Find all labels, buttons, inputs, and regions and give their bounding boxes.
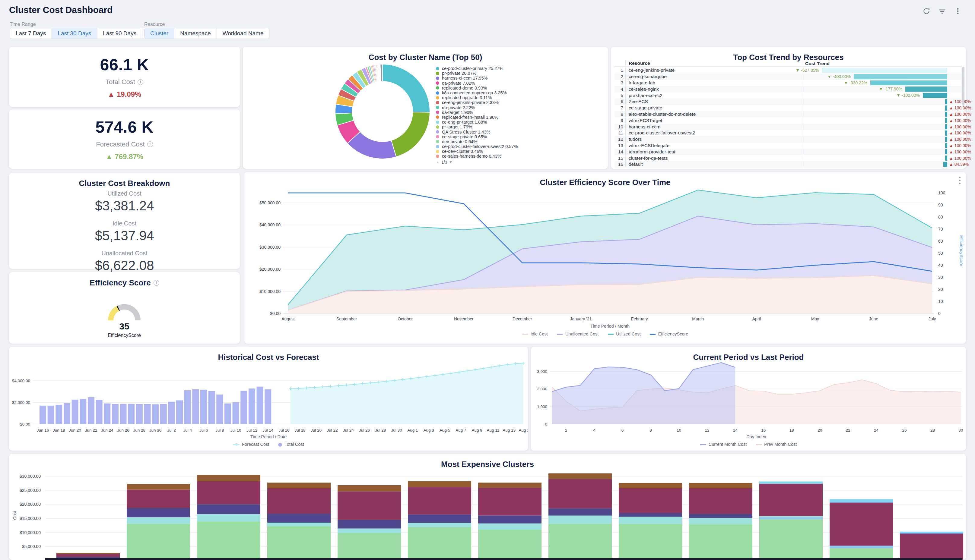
- donut-legend-item[interactable]: ce-sales-harness-demo 0.43%: [436, 154, 518, 158]
- legend-color-dot: [436, 82, 439, 85]
- svg-text:September: September: [336, 317, 357, 321]
- table-scrollbar[interactable]: [962, 67, 965, 106]
- cell-resource: ce-stage-private: [625, 105, 802, 111]
- svg-text:8: 8: [649, 428, 652, 433]
- cell-rank: 4: [614, 87, 625, 92]
- donut-legend-item[interactable]: ce-prod-cluster-failover-uswest2 0.57%: [436, 144, 518, 149]
- svg-text:Jul 8: Jul 8: [216, 428, 224, 433]
- donut-legend-item[interactable]: qa-private 7.02%: [436, 81, 518, 86]
- kebab-menu-icon[interactable]: [953, 7, 962, 16]
- donut-legend-item[interactable]: k8s-connected-onprem-qa 3.25%: [436, 90, 518, 95]
- resource-option-workload-name[interactable]: Workload Name: [217, 28, 269, 38]
- table-row[interactable]: 10harness-ci-ccm▲ 100.00%: [614, 123, 962, 130]
- donut-legend-item[interactable]: pr-target 1.79%: [436, 125, 518, 129]
- cell-rank: 15: [614, 155, 625, 161]
- legend-page-down-icon[interactable]: ▼: [449, 160, 453, 164]
- resource-option-namespace[interactable]: Namespace: [174, 28, 217, 38]
- info-icon[interactable]: i: [154, 280, 159, 286]
- legend-item[interactable]: Prev Month Cost: [756, 442, 797, 447]
- legend-item[interactable]: Unallocated Cost: [557, 332, 599, 337]
- total-cost-delta: ▲ 19.09%: [108, 90, 142, 98]
- svg-text:80: 80: [938, 215, 943, 219]
- table-row[interactable]: 3lr-fargate-lab▼ -330.22%: [614, 80, 962, 86]
- svg-text:$0.00: $0.00: [20, 422, 30, 427]
- legend-item[interactable]: Utilized Cost: [607, 332, 641, 337]
- table-row[interactable]: 15cluster-for-qa-tests▲ 100.00%: [614, 155, 962, 161]
- svg-text:Jul 22: Jul 22: [327, 428, 338, 433]
- donut-legend-item[interactable]: ce-dev-cluster 0.46%: [436, 149, 518, 154]
- donut-legend-item[interactable]: qa-target 1.90%: [436, 110, 518, 115]
- info-icon[interactable]: i: [137, 79, 143, 85]
- cell-rank: 13: [614, 143, 625, 148]
- table-row[interactable]: 9wfmxECSTarget▲ 100.00%: [614, 117, 962, 123]
- most-expensive-clusters-chart: $5,000.00$10,000.00$15,000.00$20,000.00$…: [9, 453, 966, 560]
- table-row[interactable]: 11ce-prod-cluster-failover-uswest2▲ 100.…: [614, 130, 962, 136]
- trend-value-badge: ▲ 100.00%: [947, 118, 971, 123]
- donut-legend-item[interactable]: replicated-upgrade 3.11%: [436, 95, 518, 100]
- donut-legend-label: pr-private 20.07%: [442, 71, 477, 76]
- trend-bar: [945, 137, 947, 142]
- donut-legend-item[interactable]: ce-eng-pr-target 1.88%: [436, 120, 518, 125]
- donut-legend-item[interactable]: ce-eng-jenkins-private 2.33%: [436, 100, 518, 105]
- svg-text:December: December: [513, 317, 532, 321]
- donut-legend-label: k8s-connected-onprem-qa 3.25%: [442, 90, 507, 95]
- svg-text:30: 30: [938, 275, 943, 280]
- svg-text:Jun 30: Jun 30: [149, 428, 162, 433]
- legend-item[interactable]: Idle Cost: [522, 332, 548, 337]
- time-range-option-last-30-days[interactable]: Last 30 Days: [52, 28, 97, 38]
- table-row[interactable]: 6Zee-ECS▲ 100.00%: [614, 98, 962, 105]
- donut-legend-item[interactable]: replicated-fresh-install 1.90%: [436, 115, 518, 120]
- chart-legend: Current Month CostPrev Month Cost: [700, 442, 797, 447]
- legend-color-dot: [436, 150, 439, 153]
- table-row[interactable]: 1ce-eng-jenkins-private▼ -627.85%: [614, 67, 962, 73]
- table-row[interactable]: 2ce-eng-sonarqube▼ -400.00%: [614, 73, 962, 80]
- svg-text:May: May: [811, 317, 819, 321]
- svg-text:Jun 28: Jun 28: [133, 428, 146, 433]
- legend-color-dot: [436, 86, 439, 90]
- svg-text:Jul 14: Jul 14: [263, 428, 274, 433]
- donut-legend-item[interactable]: ce-prod-cluster-primary 25.27%: [436, 66, 518, 71]
- svg-text:$20,000.00: $20,000.00: [259, 267, 281, 272]
- resource-option-cluster[interactable]: Cluster: [144, 28, 174, 38]
- legend-item[interactable]: Current Month Cost: [700, 442, 747, 447]
- donut-legend-item[interactable]: QA Stress Cluster 1.43%: [436, 129, 518, 134]
- panel-title: Cluster Cost Breakdown: [9, 179, 240, 188]
- refresh-icon[interactable]: [922, 7, 931, 16]
- table-row[interactable]: 5prakhar-ecs-ec2▼ -102.00%: [614, 92, 962, 98]
- table-row[interactable]: 16default▲ 84.39%: [614, 161, 962, 168]
- total-cost-card: 66.1 K Total Costi ▲ 19.09%: [9, 47, 240, 107]
- svg-text:October: October: [398, 317, 413, 321]
- legend-item[interactable]: Forecast Cost: [233, 442, 269, 447]
- svg-text:90: 90: [938, 203, 943, 207]
- donut-legend-item[interactable]: pr-private 20.07%: [436, 71, 518, 76]
- forecasted-cost-card: 574.6 K Forecasted Costi ▲ 769.87%: [9, 109, 240, 169]
- cost-by-cluster-panel: Cost by Cluster Name (Top 50) ce-prod-cl…: [243, 47, 608, 169]
- svg-text:Jun 26: Jun 26: [117, 428, 129, 433]
- donut-legend-item[interactable]: ce-stage-private 0.65%: [436, 135, 518, 139]
- donut-legend-label: replicated-fresh-install 1.90%: [442, 115, 498, 120]
- legend-item[interactable]: Total Cost: [278, 442, 304, 447]
- svg-text:2,000: 2,000: [537, 387, 547, 391]
- cell-cost-trend: [802, 143, 947, 149]
- info-icon[interactable]: i: [147, 142, 153, 147]
- filter-icon[interactable]: [938, 7, 947, 16]
- table-row[interactable]: 7ce-stage-private▲ 100.00%: [614, 105, 962, 111]
- donut-legend-item[interactable]: qb-private 2.22%: [436, 105, 518, 110]
- trend-bar: [945, 124, 947, 129]
- trend-value-badge: ▲ 100.00%: [947, 156, 971, 161]
- table-row[interactable]: 12tudors▲ 100.00%: [614, 136, 962, 143]
- table-row[interactable]: 13wfmx-ECSDelegate▲ 100.00%: [614, 143, 962, 149]
- donut-legend-item[interactable]: replicated-demo 3.93%: [436, 86, 518, 90]
- time-range-option-last-7-days[interactable]: Last 7 Days: [10, 28, 52, 38]
- legend-item[interactable]: EfficiencyScore: [650, 332, 688, 337]
- forecasted-cost-label: Forecasted Costi: [96, 140, 153, 148]
- donut-legend-item[interactable]: harness-ci-ccm 17.95%: [436, 76, 518, 80]
- legend-marker: [233, 444, 239, 445]
- table-row[interactable]: 4ce-sales-nginx▼ -177.90%: [614, 86, 962, 92]
- cell-cost-trend: [802, 98, 947, 105]
- time-range-option-last-90-days[interactable]: Last 90 Days: [97, 28, 142, 38]
- table-row[interactable]: 14terraform-provider-test▲ 100.00%: [614, 148, 962, 155]
- donut-legend-item[interactable]: dev-private 0.64%: [436, 139, 518, 144]
- table-row[interactable]: 8alex-stable-cluster-do-not-delete▲ 100.…: [614, 111, 962, 118]
- legend-page-up-icon[interactable]: ▲: [436, 160, 440, 164]
